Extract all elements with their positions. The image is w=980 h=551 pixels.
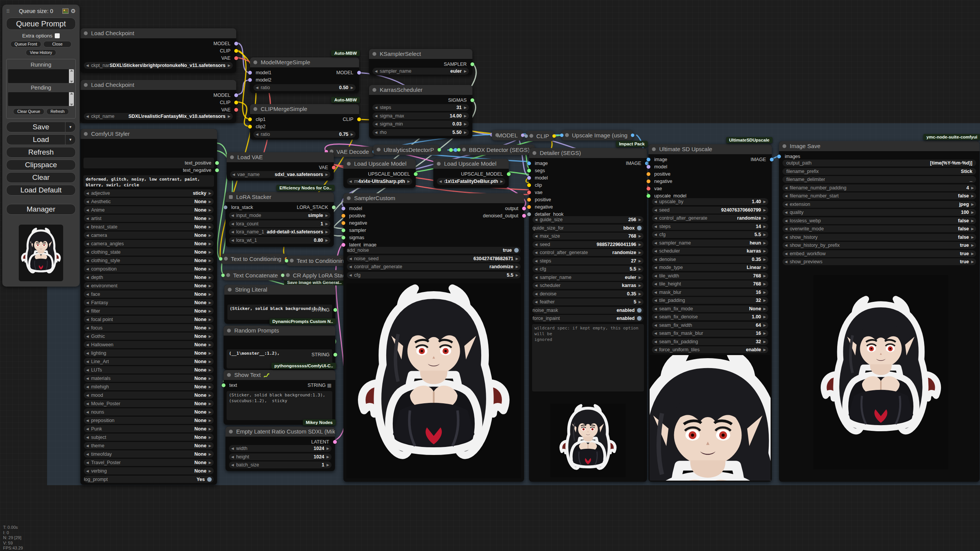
output-slot[interactable]: text_negative bbox=[80, 166, 217, 174]
increment-arrow[interactable]: ▶ bbox=[969, 227, 976, 231]
node-karras-scheduler[interactable]: KarrasScheduler SIGMAS ◀steps31▶◀sigma_m… bbox=[369, 85, 472, 139]
widget[interactable]: ◀noise_maskenabled▶ bbox=[532, 307, 644, 314]
increment-arrow[interactable]: ▶ bbox=[206, 377, 214, 380]
decrement-arrow[interactable]: ◀ bbox=[229, 222, 236, 226]
sidebar-preview-image[interactable] bbox=[19, 225, 63, 281]
decrement-arrow[interactable]: ◀ bbox=[84, 301, 91, 305]
styler-widget[interactable]: ◀themeNone▶ bbox=[84, 442, 214, 449]
widget[interactable]: ◀cfg5.5▶ bbox=[652, 231, 768, 238]
increment-arrow[interactable]: ▶ bbox=[761, 200, 768, 204]
scroll-down-icon[interactable] bbox=[70, 81, 73, 83]
decrement-arrow[interactable]: ◀ bbox=[84, 385, 91, 389]
decrement-arrow[interactable]: ◀ bbox=[372, 69, 380, 73]
widget[interactable]: ◀extensionjpeg▶ bbox=[782, 201, 976, 208]
increment-arrow[interactable]: ▶ bbox=[323, 214, 330, 217]
widget-model-name[interactable]: ◀model_name4x\4x-UltraSharp.pth▶ bbox=[347, 178, 412, 185]
decrement-arrow[interactable]: ◀ bbox=[782, 219, 790, 223]
node-title[interactable]: ModelMergeSimple bbox=[250, 57, 359, 67]
increment-arrow[interactable]: ▶ bbox=[206, 410, 214, 414]
increment-arrow[interactable]: ▶ bbox=[761, 315, 768, 319]
styler-widget[interactable]: ◀HalloweenNone▶ bbox=[84, 341, 214, 348]
pending-list[interactable] bbox=[8, 92, 74, 106]
node-ultimate-sd-upscale[interactable]: UltimateSDUpscale Ultimate SD Upscale im… bbox=[648, 144, 772, 482]
increment-arrow[interactable]: ▶ bbox=[636, 243, 644, 246]
increment-arrow[interactable]: ▶ bbox=[206, 452, 214, 456]
decrement-arrow[interactable]: ◀ bbox=[229, 463, 236, 467]
scroll-up-icon[interactable] bbox=[70, 70, 73, 72]
node-image-save[interactable]: ymc-node-suite-comfyui Image Save images… bbox=[779, 141, 980, 482]
widget[interactable]: ◀sampler_nameheun▶ bbox=[652, 240, 768, 246]
widget[interactable]: ◀cfg5.5▶ bbox=[347, 272, 521, 279]
decrement-arrow[interactable]: ◀ bbox=[782, 243, 790, 247]
decrement-arrow[interactable]: ◀ bbox=[652, 282, 659, 286]
styler-widget[interactable]: ◀lightingNone▶ bbox=[84, 349, 214, 357]
node-title[interactable]: Load Upscale Model bbox=[433, 159, 509, 169]
increment-arrow[interactable]: ▶ bbox=[206, 368, 214, 372]
decrement-arrow[interactable]: ◀ bbox=[652, 331, 659, 335]
increment-arrow[interactable]: ▶ bbox=[761, 258, 768, 261]
decrement-arrow[interactable]: ◀ bbox=[347, 265, 354, 269]
widget[interactable]: ◀seed924076370660799▶ bbox=[652, 207, 768, 214]
decrement-arrow[interactable]: ◀ bbox=[532, 243, 540, 246]
scrollbar[interactable] bbox=[69, 92, 74, 106]
increment-arrow[interactable]: ▶ bbox=[206, 326, 214, 330]
negative-text-box[interactable]: deformed, glitch, noisy, low contrast, p… bbox=[83, 175, 214, 187]
decrement-arrow[interactable]: ◀ bbox=[84, 393, 91, 397]
increment-arrow[interactable]: ▶ bbox=[636, 259, 644, 263]
decrement-arrow[interactable]: ◀ bbox=[84, 368, 91, 372]
widget[interactable]: ◀filename_delimiter_▶ bbox=[782, 176, 976, 183]
decrement-arrow[interactable]: ◀ bbox=[84, 233, 91, 237]
decrement-arrow[interactable]: ◀ bbox=[652, 274, 659, 278]
widget[interactable]: ◀force_uniform_tilesenable▶ bbox=[652, 346, 768, 353]
decrement-arrow[interactable]: ◀ bbox=[782, 227, 790, 231]
increment-arrow[interactable]: ▶ bbox=[462, 130, 469, 134]
decrement-arrow[interactable]: ◀ bbox=[532, 234, 540, 238]
styler-widget[interactable]: ◀moodNone▶ bbox=[84, 391, 214, 399]
styler-widget[interactable]: ◀log_promptYes▶ bbox=[84, 476, 214, 483]
decrement-arrow[interactable]: ◀ bbox=[782, 186, 790, 190]
output-dot[interactable] bbox=[333, 353, 337, 357]
decrement-arrow[interactable]: ◀ bbox=[229, 214, 236, 217]
node-bbox-detector-collapsed[interactable]: BBOX Detector (SEGS) bbox=[459, 145, 535, 155]
widget-sampler-name[interactable]: ◀sampler_nameeuler▶ bbox=[372, 68, 469, 75]
increment-arrow[interactable]: ▶ bbox=[513, 257, 521, 261]
decrement-arrow[interactable]: ◀ bbox=[532, 259, 540, 263]
decrement-arrow[interactable]: ◀ bbox=[84, 402, 91, 406]
styler-widget[interactable]: ◀camera_anglesNone▶ bbox=[84, 240, 214, 247]
saved-preview-image[interactable] bbox=[813, 275, 948, 469]
toggle-dot[interactable] bbox=[637, 308, 642, 313]
output-dot[interactable] bbox=[333, 308, 337, 312]
decrement-arrow[interactable]: ◀ bbox=[84, 343, 91, 347]
node-title[interactable]: ComfyUI Styler bbox=[80, 129, 217, 139]
widget[interactable]: ◀sampler_nameeuler▶ bbox=[532, 274, 644, 281]
styler-widget[interactable]: ◀subjectNone▶ bbox=[84, 434, 214, 441]
detailer-preview-image[interactable] bbox=[550, 404, 626, 477]
decrement-arrow[interactable]: ◀ bbox=[652, 298, 659, 302]
styler-widget[interactable]: ◀environmentNone▶ bbox=[84, 282, 214, 289]
increment-arrow[interactable]: ▶ bbox=[761, 225, 768, 228]
decrement-arrow[interactable]: ◀ bbox=[372, 122, 380, 126]
decrement-arrow[interactable]: ◀ bbox=[84, 284, 91, 288]
increment-arrow[interactable]: ▶ bbox=[761, 249, 768, 253]
styler-widget[interactable]: ◀cameraNone▶ bbox=[84, 231, 214, 239]
widget[interactable]: ◀filename_prefixStick▶ bbox=[782, 168, 976, 175]
node-title[interactable]: String Literal bbox=[224, 285, 335, 295]
widget[interactable]: ◀lora_count1▶ bbox=[229, 220, 330, 227]
save-dropdown-arrow[interactable]: ▼ bbox=[65, 122, 75, 132]
increment-arrow[interactable]: ▶ bbox=[206, 334, 214, 338]
decrement-arrow[interactable]: ◀ bbox=[229, 230, 236, 234]
increment-arrow[interactable]: ▶ bbox=[761, 208, 768, 212]
node-ultralytics-detector-collapsed[interactable]: UltralyticsDetectorP bbox=[373, 145, 439, 155]
input-dot[interactable] bbox=[285, 259, 288, 262]
refresh-button[interactable]: Refresh bbox=[6, 147, 76, 158]
widget[interactable]: ◀mask_blur16▶ bbox=[652, 289, 768, 296]
increment-arrow[interactable]: ▶ bbox=[206, 208, 214, 212]
decrement-arrow[interactable]: ◀ bbox=[372, 130, 380, 134]
widget[interactable]: ◀seam_fix_width64▶ bbox=[652, 322, 768, 329]
increment-arrow[interactable]: ▶ bbox=[761, 216, 768, 220]
decrement-arrow[interactable]: ◀ bbox=[652, 323, 659, 327]
increment-arrow[interactable]: ▶ bbox=[761, 274, 768, 278]
decrement-arrow[interactable]: ◀ bbox=[84, 410, 91, 414]
scroll-up-icon[interactable] bbox=[70, 93, 73, 95]
widget[interactable]: ◀rho5.50▶ bbox=[372, 129, 469, 136]
